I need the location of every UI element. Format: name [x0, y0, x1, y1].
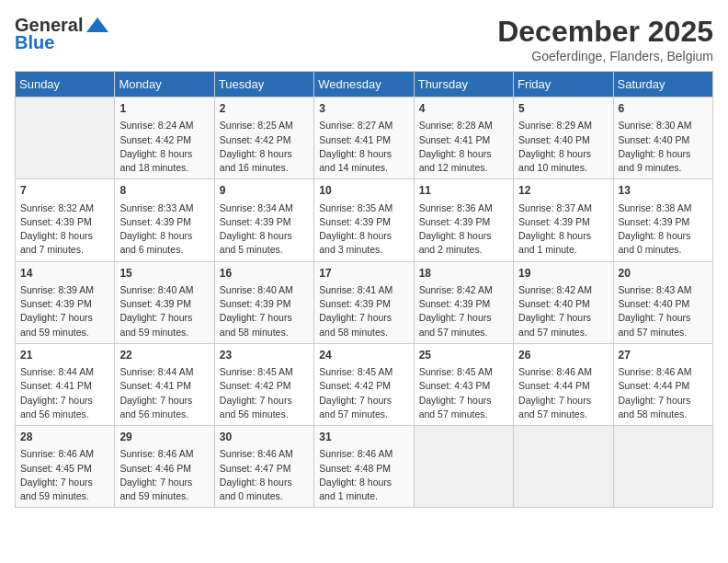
calendar-cell: 15Sunrise: 8:40 AM Sunset: 4:39 PM Dayli… [115, 261, 214, 343]
day-number: 5 [518, 101, 608, 117]
calendar-cell: 10Sunrise: 8:35 AM Sunset: 4:39 PM Dayli… [314, 179, 414, 261]
day-number: 14 [20, 266, 109, 282]
logo-blue: Blue [15, 32, 54, 53]
calendar-cell: 3Sunrise: 8:27 AM Sunset: 4:41 PM Daylig… [314, 98, 414, 179]
cell-info: Sunrise: 8:27 AM Sunset: 4:41 PM Dayligh… [319, 119, 408, 175]
calendar-cell: 12Sunrise: 8:37 AM Sunset: 4:39 PM Dayli… [514, 179, 613, 261]
cell-info: Sunrise: 8:43 AM Sunset: 4:40 PM Dayligh… [619, 283, 708, 339]
week-row-2: 7Sunrise: 8:32 AM Sunset: 4:39 PM Daylig… [16, 179, 713, 261]
calendar-cell: 29Sunrise: 8:46 AM Sunset: 4:46 PM Dayli… [115, 426, 214, 508]
day-number: 9 [220, 183, 309, 199]
calendar-cell: 4Sunrise: 8:28 AM Sunset: 4:41 PM Daylig… [414, 98, 513, 179]
calendar-cell: 13Sunrise: 8:38 AM Sunset: 4:39 PM Dayli… [613, 179, 712, 261]
day-number: 20 [619, 266, 708, 282]
day-number: 7 [20, 183, 109, 199]
day-number: 25 [419, 348, 508, 363]
cell-info: Sunrise: 8:30 AM Sunset: 4:40 PM Dayligh… [619, 119, 708, 175]
cell-info: Sunrise: 8:32 AM Sunset: 4:39 PM Dayligh… [20, 201, 109, 258]
day-number: 19 [518, 266, 608, 282]
col-header-thursday: Thursday [414, 72, 513, 98]
cell-info: Sunrise: 8:46 AM Sunset: 4:45 PM Dayligh… [20, 447, 109, 503]
week-row-1: 1Sunrise: 8:24 AM Sunset: 4:42 PM Daylig… [16, 98, 713, 179]
calendar-cell: 7Sunrise: 8:32 AM Sunset: 4:39 PM Daylig… [16, 179, 115, 261]
calendar-cell: 27Sunrise: 8:46 AM Sunset: 4:44 PM Dayli… [613, 343, 712, 425]
day-number: 15 [119, 266, 209, 282]
cell-info: Sunrise: 8:24 AM Sunset: 4:42 PM Dayligh… [119, 119, 209, 175]
col-header-sunday: Sunday [16, 72, 115, 98]
calendar-table: SundayMondayTuesdayWednesdayThursdayFrid… [15, 71, 713, 508]
cell-info: Sunrise: 8:46 AM Sunset: 4:44 PM Dayligh… [518, 365, 608, 421]
cell-info: Sunrise: 8:46 AM Sunset: 4:48 PM Dayligh… [319, 447, 408, 503]
day-number: 8 [119, 183, 209, 199]
calendar-cell: 14Sunrise: 8:39 AM Sunset: 4:39 PM Dayli… [16, 261, 115, 343]
location: Goeferdinge, Flanders, Belgium [497, 49, 713, 63]
cell-info: Sunrise: 8:40 AM Sunset: 4:39 PM Dayligh… [220, 283, 309, 339]
day-number: 2 [220, 101, 309, 117]
day-number: 11 [419, 183, 508, 199]
day-number: 3 [319, 101, 408, 117]
day-number: 22 [119, 348, 209, 363]
calendar-cell: 19Sunrise: 8:42 AM Sunset: 4:40 PM Dayli… [514, 261, 613, 343]
calendar-cell: 26Sunrise: 8:46 AM Sunset: 4:44 PM Dayli… [514, 343, 613, 425]
day-number: 1 [119, 101, 209, 117]
calendar-cell: 6Sunrise: 8:30 AM Sunset: 4:40 PM Daylig… [613, 98, 712, 179]
col-header-tuesday: Tuesday [214, 72, 313, 98]
cell-info: Sunrise: 8:28 AM Sunset: 4:41 PM Dayligh… [419, 119, 508, 175]
day-number: 13 [619, 183, 708, 199]
calendar-cell: 8Sunrise: 8:33 AM Sunset: 4:39 PM Daylig… [115, 179, 214, 261]
calendar-cell: 28Sunrise: 8:46 AM Sunset: 4:45 PM Dayli… [16, 426, 115, 508]
day-number: 24 [319, 348, 408, 363]
day-number: 31 [319, 430, 408, 445]
title-block: December 2025 Goeferdinge, Flanders, Bel… [497, 15, 713, 63]
cell-info: Sunrise: 8:36 AM Sunset: 4:39 PM Dayligh… [419, 201, 508, 258]
day-number: 10 [319, 183, 408, 199]
calendar-body: 1Sunrise: 8:24 AM Sunset: 4:42 PM Daylig… [16, 98, 713, 508]
cell-info: Sunrise: 8:33 AM Sunset: 4:39 PM Dayligh… [119, 201, 209, 258]
calendar-cell: 23Sunrise: 8:45 AM Sunset: 4:42 PM Dayli… [214, 343, 313, 425]
calendar-cell: 30Sunrise: 8:46 AM Sunset: 4:47 PM Dayli… [214, 426, 313, 508]
col-header-friday: Friday [514, 72, 613, 98]
calendar-cell: 31Sunrise: 8:46 AM Sunset: 4:48 PM Dayli… [314, 426, 414, 508]
cell-info: Sunrise: 8:35 AM Sunset: 4:39 PM Dayligh… [319, 201, 408, 258]
cell-info: Sunrise: 8:44 AM Sunset: 4:41 PM Dayligh… [119, 365, 209, 421]
calendar-cell: 20Sunrise: 8:43 AM Sunset: 4:40 PM Dayli… [613, 261, 712, 343]
day-number: 6 [619, 101, 708, 117]
day-number: 21 [20, 348, 109, 363]
calendar-cell: 22Sunrise: 8:44 AM Sunset: 4:41 PM Dayli… [115, 343, 214, 425]
logo-icon [85, 16, 110, 36]
week-row-4: 21Sunrise: 8:44 AM Sunset: 4:41 PM Dayli… [16, 343, 713, 425]
cell-info: Sunrise: 8:46 AM Sunset: 4:47 PM Dayligh… [220, 447, 309, 503]
calendar-cell: 24Sunrise: 8:45 AM Sunset: 4:42 PM Dayli… [314, 343, 414, 425]
cell-info: Sunrise: 8:46 AM Sunset: 4:46 PM Dayligh… [119, 447, 209, 503]
logo: General Blue [15, 15, 110, 53]
day-number: 28 [20, 430, 109, 445]
week-row-5: 28Sunrise: 8:46 AM Sunset: 4:45 PM Dayli… [16, 426, 713, 508]
col-header-saturday: Saturday [613, 72, 712, 98]
day-number: 26 [518, 348, 608, 363]
svg-marker-0 [86, 17, 108, 32]
calendar-cell [613, 426, 712, 508]
cell-info: Sunrise: 8:41 AM Sunset: 4:39 PM Dayligh… [319, 283, 408, 339]
calendar-cell: 1Sunrise: 8:24 AM Sunset: 4:42 PM Daylig… [115, 98, 214, 179]
calendar-cell [514, 426, 613, 508]
calendar-header-row: SundayMondayTuesdayWednesdayThursdayFrid… [16, 72, 713, 98]
calendar-cell: 17Sunrise: 8:41 AM Sunset: 4:39 PM Dayli… [314, 261, 414, 343]
calendar-cell: 2Sunrise: 8:25 AM Sunset: 4:42 PM Daylig… [214, 98, 313, 179]
day-number: 18 [419, 266, 508, 282]
week-row-3: 14Sunrise: 8:39 AM Sunset: 4:39 PM Dayli… [16, 261, 713, 343]
cell-info: Sunrise: 8:25 AM Sunset: 4:42 PM Dayligh… [220, 119, 309, 175]
day-number: 12 [518, 183, 608, 199]
cell-info: Sunrise: 8:45 AM Sunset: 4:42 PM Dayligh… [319, 365, 408, 421]
col-header-wednesday: Wednesday [314, 72, 414, 98]
cell-info: Sunrise: 8:38 AM Sunset: 4:39 PM Dayligh… [619, 201, 708, 258]
cell-info: Sunrise: 8:45 AM Sunset: 4:42 PM Dayligh… [220, 365, 309, 421]
calendar-cell: 25Sunrise: 8:45 AM Sunset: 4:43 PM Dayli… [414, 343, 513, 425]
month-title: December 2025 [497, 15, 713, 49]
page-header: General Blue December 2025 Goeferdinge, … [15, 15, 713, 63]
col-header-monday: Monday [115, 72, 214, 98]
cell-info: Sunrise: 8:42 AM Sunset: 4:39 PM Dayligh… [419, 283, 508, 339]
calendar-cell: 21Sunrise: 8:44 AM Sunset: 4:41 PM Dayli… [16, 343, 115, 425]
calendar-cell: 18Sunrise: 8:42 AM Sunset: 4:39 PM Dayli… [414, 261, 513, 343]
cell-info: Sunrise: 8:37 AM Sunset: 4:39 PM Dayligh… [518, 201, 608, 258]
day-number: 16 [220, 266, 309, 282]
